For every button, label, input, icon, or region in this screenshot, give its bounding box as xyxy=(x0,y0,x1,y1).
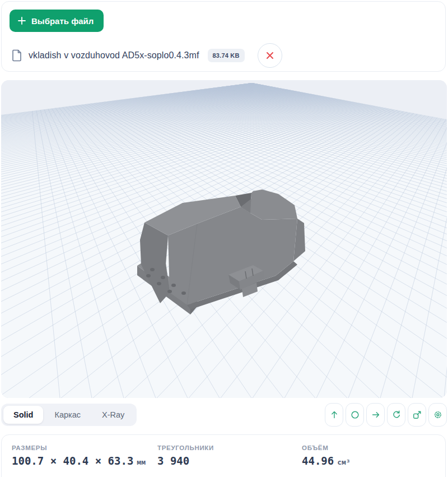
choose-file-button[interactable]: Выбрать файл xyxy=(10,10,104,32)
tab-xray[interactable]: X-Ray xyxy=(92,406,134,424)
file-name: vkladish v vozduhovod AD5x-soplo0.4.3mf xyxy=(29,50,199,61)
tool-rotate-button[interactable] xyxy=(387,403,405,427)
stat-unit: см³ xyxy=(337,458,350,466)
stat-label: РАЗМЕРЫ xyxy=(12,444,146,451)
stat-value: 3 940 xyxy=(157,455,189,467)
settings-gear-icon xyxy=(432,409,444,420)
tab-solid[interactable]: Solid xyxy=(3,406,43,424)
stat-value: 100.7 × 40.4 × 63.3 xyxy=(12,455,133,467)
viewport-scene xyxy=(1,80,447,398)
arrow-up-icon xyxy=(329,409,340,420)
rotate-icon xyxy=(391,409,402,420)
stat-dimensions: РАЗМЕРЫ 100.7 × 40.4 × 63.3мм xyxy=(12,444,146,467)
close-icon xyxy=(265,50,275,61)
file-icon xyxy=(12,49,22,62)
stat-value: 44.96 xyxy=(302,455,334,467)
tool-settings-button[interactable] xyxy=(428,403,447,427)
arrow-right-icon xyxy=(370,409,381,420)
circle-icon xyxy=(349,409,361,420)
stat-label: ОБЪЁМ xyxy=(302,444,351,451)
stat-volume: ОБЪЁМ 44.96см³ xyxy=(302,444,351,467)
plus-icon xyxy=(17,16,26,25)
tool-arrow-up-button[interactable] xyxy=(325,403,343,427)
fit-view-icon xyxy=(412,409,423,420)
tool-arrow-right-button[interactable] xyxy=(366,403,385,427)
file-size-badge: 83.74 KB xyxy=(208,49,245,62)
toolbar: Solid Каркас X-Ray xyxy=(1,402,447,427)
upload-card: Выбрать файл vkladish v vozduhovod AD5x-… xyxy=(1,1,446,72)
stat-unit: мм xyxy=(137,458,146,466)
choose-file-label: Выбрать файл xyxy=(31,16,94,26)
remove-file-button[interactable] xyxy=(258,43,282,68)
stat-label: ТРЕУГОЛЬНИКИ xyxy=(157,444,214,451)
viewport[interactable] xyxy=(1,80,447,398)
tool-circle-button[interactable] xyxy=(346,403,364,427)
view-tools xyxy=(325,403,447,427)
tab-wireframe[interactable]: Каркас xyxy=(44,406,91,424)
tool-fit-view-button[interactable] xyxy=(408,403,426,427)
file-row: vkladish v vozduhovod AD5x-soplo0.4.3mf … xyxy=(12,43,437,68)
mode-tabs: Solid Каркас X-Ray xyxy=(1,404,137,426)
stat-triangles: ТРЕУГОЛЬНИКИ 3 940 xyxy=(157,444,214,467)
stats-panel: РАЗМЕРЫ 100.7 × 40.4 × 63.3мм ТРЕУГОЛЬНИ… xyxy=(1,434,446,477)
